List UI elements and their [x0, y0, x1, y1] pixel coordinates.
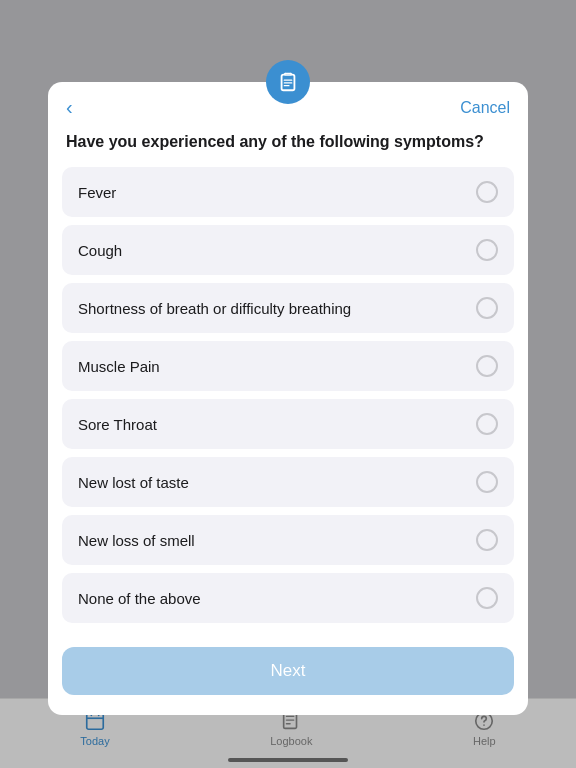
symptom-radio-4 — [476, 413, 498, 435]
symptom-radio-2 — [476, 297, 498, 319]
modal-question: Have you experienced any of the followin… — [48, 127, 528, 167]
symptom-item-3[interactable]: Muscle Pain — [62, 341, 514, 391]
symptom-item-2[interactable]: Shortness of breath or difficulty breath… — [62, 283, 514, 333]
symptom-label-4: Sore Throat — [78, 416, 157, 433]
symptom-label-1: Cough — [78, 242, 122, 259]
symptom-item-6[interactable]: New loss of smell — [62, 515, 514, 565]
symptom-label-7: None of the above — [78, 590, 201, 607]
next-button[interactable]: Next — [62, 647, 514, 695]
symptom-item-1[interactable]: Cough — [62, 225, 514, 275]
modal-icon — [266, 60, 310, 104]
symptom-label-6: New loss of smell — [78, 532, 195, 549]
modal-card: ‹ Cancel Have you experienced any of the… — [48, 82, 528, 715]
symptom-radio-6 — [476, 529, 498, 551]
symptom-radio-5 — [476, 471, 498, 493]
home-indicator — [228, 758, 348, 762]
symptom-label-5: New lost of taste — [78, 474, 189, 491]
symptom-radio-7 — [476, 587, 498, 609]
svg-rect-5 — [284, 73, 291, 75]
cancel-button[interactable]: Cancel — [460, 99, 510, 117]
symptom-label-3: Muscle Pain — [78, 358, 160, 375]
back-button[interactable]: ‹ — [66, 96, 73, 119]
symptom-radio-0 — [476, 181, 498, 203]
symptom-item-7[interactable]: None of the above — [62, 573, 514, 623]
modal-overlay: ‹ Cancel Have you experienced any of the… — [0, 0, 576, 768]
symptom-label-0: Fever — [78, 184, 116, 201]
symptom-radio-3 — [476, 355, 498, 377]
symptom-label-2: Shortness of breath or difficulty breath… — [78, 300, 351, 317]
symptom-item-4[interactable]: Sore Throat — [62, 399, 514, 449]
symptom-radio-1 — [476, 239, 498, 261]
symptom-item-5[interactable]: New lost of taste — [62, 457, 514, 507]
symptoms-list: Fever Cough Shortness of breath or diffi… — [48, 167, 528, 631]
symptom-item-0[interactable]: Fever — [62, 167, 514, 217]
